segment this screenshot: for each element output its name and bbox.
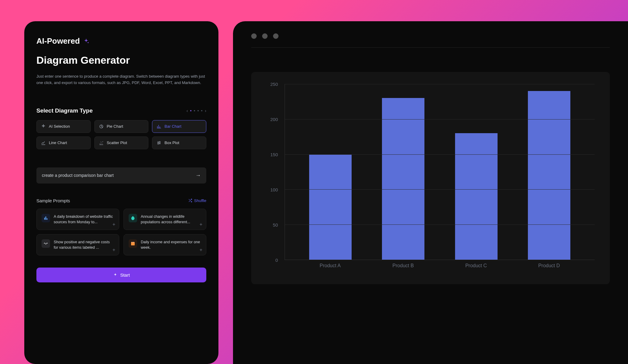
pager-prev-icon[interactable]: ‹ [187,108,188,113]
gridline [285,224,595,225]
window-dot[interactable] [251,33,257,39]
sparkle-icon [41,124,46,129]
bar-icon [157,124,161,129]
x-label: Product B [382,263,424,268]
sparkle-icon [113,273,118,278]
shuffle-button[interactable]: Shuffle [188,198,206,203]
ai-powered-label: AI-Powered [36,36,80,46]
sample-grid: A daily breakdown of website traffic sou… [36,209,206,256]
plus-icon[interactable]: + [113,222,115,227]
chip-box-plot[interactable]: Box Plot [152,136,206,149]
svg-point-1 [100,143,100,144]
sample-card[interactable]: A daily breakdown of website traffic sou… [36,209,119,230]
pie-icon [99,124,104,129]
sparkle-icon [83,38,89,45]
y-tick: 0 [275,258,278,263]
chip-scatter-plot[interactable]: Scatter Plot [94,136,149,149]
page-title: Diagram Generator [36,54,206,66]
x-label: Product D [528,263,570,268]
box-icon [157,140,161,145]
plus-icon[interactable]: + [200,222,202,227]
window-dot[interactable] [262,33,268,39]
sample-card[interactable]: Annual changes in wildlife populations a… [123,209,206,230]
svg-rect-7 [44,217,45,220]
bar [455,133,498,260]
gridline [285,84,595,84]
sample-card[interactable]: Daily income and expenses for one week. … [123,234,206,255]
x-label: Product A [309,263,351,268]
svg-rect-8 [46,216,46,220]
x-axis-labels: Product AProduct BProduct CProduct D [285,263,595,268]
wave-icon [42,239,50,248]
arrow-right-icon[interactable]: → [195,172,201,179]
y-tick: 100 [270,187,278,192]
y-tick: 50 [273,222,278,228]
gridline [285,189,595,190]
bar [382,98,424,260]
svg-point-2 [100,142,101,142]
bar [528,91,570,260]
window-dot[interactable] [273,33,279,39]
chip-label: Bar Chart [164,124,181,129]
leaf-icon [129,214,137,222]
gridline [285,154,595,155]
plus-icon[interactable]: + [200,247,202,253]
pager-dot[interactable] [190,110,191,111]
pager-next-icon[interactable]: › [205,108,206,113]
svg-rect-11 [131,242,135,243]
pager-dot[interactable] [198,110,199,111]
window-controls [233,33,628,39]
y-tick: 200 [270,117,278,122]
pager-dot[interactable] [201,110,202,111]
pager-dot[interactable] [194,110,195,111]
calendar-icon [129,239,137,248]
prompt-input[interactable]: create a product comparison bar chart → [36,167,206,184]
prompt-text: create a product comparison bar chart [42,173,114,178]
chip-line-chart[interactable]: Line Chart [36,136,91,149]
shuffle-label: Shuffle [194,198,206,203]
chip-label: AI Selection [49,124,70,129]
diagram-type-header: Select Diagram Type ‹ › [36,107,206,114]
y-axis: 050100150200250 [263,84,282,260]
description: Just enter one sentence to produce a com… [36,73,206,86]
sample-text: Annual changes in wildlife populations a… [141,214,201,225]
svg-rect-5 [158,142,159,144]
chart-container: 050100150200250 Product AProduct BProduc… [251,72,610,284]
plot-area [285,84,595,260]
pager: ‹ › [187,108,206,113]
sample-header: Sample Prompts Shuffle [36,198,206,203]
svg-rect-6 [160,142,160,144]
divider [251,47,610,48]
sample-text: Daily income and expenses for one week. [141,239,201,250]
diagram-type-label: Select Diagram Type [36,107,93,114]
line-icon [41,140,46,145]
chip-label: Box Plot [164,140,179,145]
generator-panel: AI-Powered Diagram Generator Just enter … [24,21,218,364]
chip-label: Scatter Plot [107,140,127,145]
svg-point-4 [102,141,103,142]
chip-ai-selection[interactable]: AI Selection [36,120,91,133]
sample-text: A daily breakdown of website traffic sou… [54,214,114,225]
scatter-icon [99,140,104,145]
start-button[interactable]: Start [36,268,206,282]
shuffle-icon [188,198,192,203]
gridline [285,119,595,120]
preview-panel: 050100150200250 Product AProduct BProduc… [233,21,628,364]
chip-label: Line Chart [49,140,67,145]
y-tick: 250 [270,82,278,87]
sample-card[interactable]: Show positive and negative costs for var… [36,234,119,255]
chip-pie-chart[interactable]: Pie Chart [94,120,149,133]
x-label: Product C [455,263,497,268]
bars [285,84,595,260]
sample-text: Show positive and negative costs for var… [54,239,114,250]
chip-label: Pie Chart [107,124,123,129]
start-label: Start [120,272,130,278]
chart-icon [42,214,50,222]
plus-icon[interactable]: + [113,247,115,253]
bar [309,154,352,260]
chip-bar-chart[interactable]: Bar Chart [152,120,206,133]
svg-point-3 [102,143,102,143]
sample-prompts-label: Sample Prompts [36,198,70,203]
bar-chart: 050100150200250 Product AProduct BProduc… [263,84,595,272]
y-tick: 150 [270,152,278,157]
